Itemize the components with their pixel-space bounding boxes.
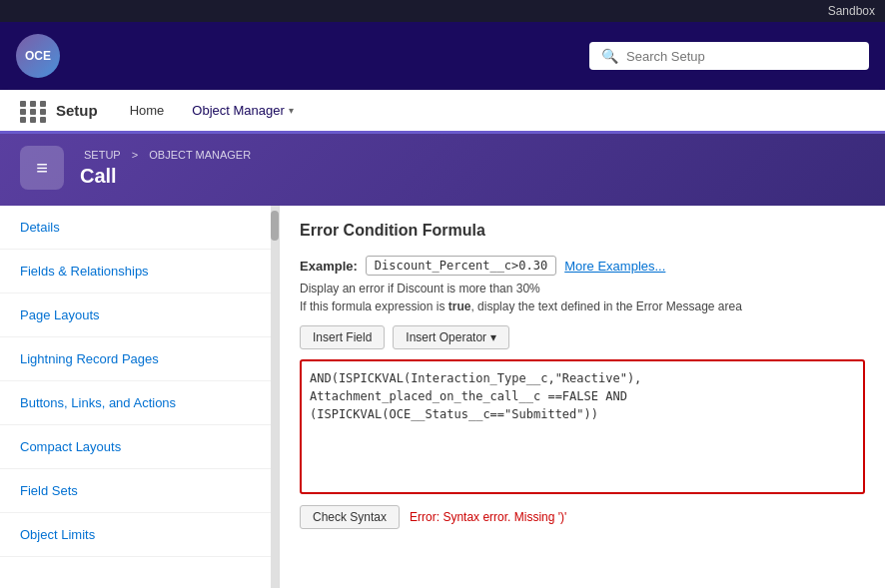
content-area: Error Condition Formula Example: Discoun… [280,206,885,588]
env-label: Sandbox [828,4,875,18]
search-input[interactable] [626,49,857,64]
sidebar-item-details[interactable]: Details [0,206,279,250]
sidebar-item-field-sets[interactable]: Field Sets [0,469,279,513]
nav-home[interactable]: Home [118,89,177,133]
check-syntax-button[interactable]: Check Syntax [300,505,400,529]
sidebar-item-page-layouts[interactable]: Page Layouts [0,294,279,337]
scrollbar-track[interactable] [271,206,279,588]
more-examples-link[interactable]: More Examples... [564,259,665,274]
app-launcher-button[interactable] [16,97,44,125]
breadcrumb: SETUP > OBJECT MANAGER [80,149,255,161]
breadcrumb-area: SETUP > OBJECT MANAGER Call [80,149,255,188]
hint1-text: Display an error if Discount is more tha… [300,282,865,295]
search-box[interactable]: 🔍 [589,42,869,70]
page-title: Call [80,165,255,188]
sidebar-item-buttons-links-actions[interactable]: Buttons, Links, and Actions [0,381,279,425]
insert-operator-button[interactable]: Insert Operator ▾ [393,325,509,349]
search-icon: 🔍 [601,48,618,64]
check-syntax-row: Check Syntax Error: Syntax error. Missin… [300,505,865,529]
error-message: Error: Syntax error. Missing ')' [410,510,566,524]
nav-object-manager[interactable]: Object Manager ▾ [180,90,306,134]
sidebar-item-object-limits[interactable]: Object Limits [0,513,279,557]
oce-logo[interactable]: OCE [16,34,60,78]
chevron-down-icon: ▾ [289,105,294,116]
section-title: Error Condition Formula [300,222,865,240]
main-content: Details Fields & Relationships Page Layo… [0,206,885,588]
sidebar-item-compact-layouts[interactable]: Compact Layouts [0,425,279,469]
breadcrumb-separator: > [132,149,138,161]
toolbar-row: Insert Field Insert Operator ▾ [300,325,865,349]
page-header: ≡ SETUP > OBJECT MANAGER Call [0,134,885,206]
breadcrumb-setup[interactable]: SETUP [84,149,121,161]
breadcrumb-object-manager[interactable]: OBJECT MANAGER [149,149,251,161]
info-text: If this formula expression is true, disp… [300,299,865,313]
example-label: Example: [300,259,358,274]
scrollbar-thumb[interactable] [271,211,279,241]
formula-textarea[interactable]: AND(ISPICKVAL(Interaction_Type__c,"React… [300,359,865,494]
sidebar: Details Fields & Relationships Page Layo… [0,206,280,588]
nav-bar: Setup Home Object Manager ▾ [0,90,885,134]
sidebar-item-lightning-record-pages[interactable]: Lightning Record Pages [0,337,279,381]
sidebar-item-fields-relationships[interactable]: Fields & Relationships [0,250,279,294]
layers-icon: ≡ [36,157,48,180]
insert-field-button[interactable]: Insert Field [300,325,385,349]
dropdown-arrow-icon: ▾ [490,330,496,344]
header: OCE 🔍 [0,22,885,90]
object-icon: ≡ [20,146,64,190]
example-value: Discount_Percent__c>0.30 [366,256,556,276]
top-bar: Sandbox [0,0,885,22]
example-row: Example: Discount_Percent__c>0.30 More E… [300,256,865,276]
nav-setup-label: Setup [48,102,106,119]
